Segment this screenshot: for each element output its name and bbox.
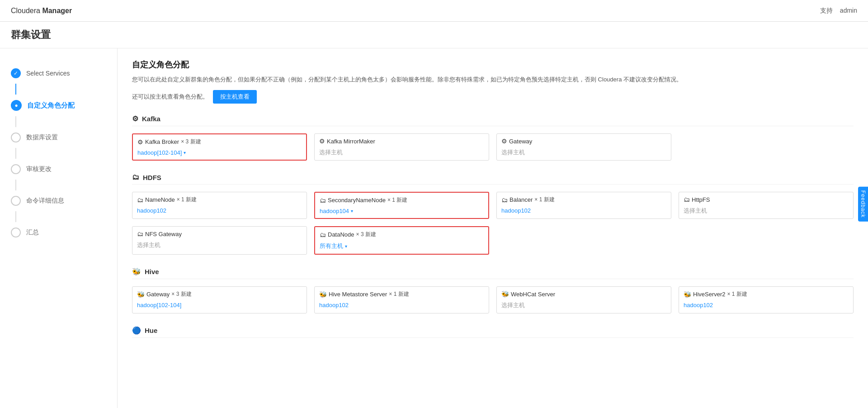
webhcat-value: 选择主机 xyxy=(501,301,666,309)
nfs-gateway-placeholder[interactable]: 选择主机 xyxy=(137,241,160,249)
datanode-host[interactable]: 所有主机 xyxy=(320,242,343,250)
role-card-kafka-mirrormaker: ⚙ Kafka MirrorMaker 选择主机 xyxy=(314,133,489,161)
nfs-gateway-header: 🗂 NFS Gateway xyxy=(137,230,302,237)
connector-5 xyxy=(15,211,16,222)
hive-gateway-host[interactable]: hadoop[102-104] xyxy=(137,302,181,308)
header-nav: 支持 admin xyxy=(820,7,857,15)
feedback-tab[interactable]: Feedback xyxy=(858,187,868,222)
secondary-namenode-header: 🗂 SecondaryNameNode × 1 新建 xyxy=(320,196,484,204)
hive-gateway-name: Gateway xyxy=(146,291,170,298)
kafka-mirrormaker-value: 选择主机 xyxy=(319,148,484,157)
service-header-hdfs: 🗂 HDFS xyxy=(132,173,854,185)
page-title: 群集设置 xyxy=(0,22,868,48)
sidebar-label-review: 审核更改 xyxy=(26,165,52,173)
hive-metastore-name: Hive Metastore Server xyxy=(329,291,387,298)
sidebar-label-summary: 汇总 xyxy=(26,228,39,237)
nav-admin[interactable]: admin xyxy=(840,7,857,15)
hive-metastore-host[interactable]: hadoop102 xyxy=(319,302,349,308)
webhcat-header: 🐝 WebHCat Server xyxy=(501,290,666,298)
webhcat-placeholder[interactable]: 选择主机 xyxy=(501,301,525,309)
namenode-count: × 1 新建 xyxy=(177,196,197,204)
httpfs-name: HttpFS xyxy=(692,196,710,203)
httpfs-value: 选择主机 xyxy=(684,207,849,215)
role-card-datanode: 🗂 DataNode × 3 新建 所有主机 ▾ xyxy=(314,226,489,255)
kafka-gateway-header: ⚙ Gateway xyxy=(501,138,666,145)
hive-gateway-count: × 3 新建 xyxy=(171,290,191,298)
role-card-kafka-gateway: ⚙ Gateway 选择主机 xyxy=(496,133,671,161)
sidebar-item-review[interactable]: 审核更改 xyxy=(0,159,117,180)
connector-1 xyxy=(15,84,16,95)
role-card-nfs-gateway: 🗂 NFS Gateway 选择主机 xyxy=(132,226,307,255)
sidebar-label-select-services: Select Services xyxy=(26,70,70,77)
header: Cloudera Manager 支持 admin xyxy=(0,0,868,22)
hive-metastore-header: 🐝 Hive Metastore Server × 1 新建 xyxy=(319,290,484,298)
httpfs-header: 🗂 HttpFS xyxy=(684,196,849,203)
kafka-broker-host[interactable]: hadoop[102-104] xyxy=(137,149,182,156)
kafka-roles-grid: ⚙ Kafka Broker × 3 新建 hadoop[102-104] ▾ … xyxy=(132,133,854,161)
datanode-count: × 3 新建 xyxy=(356,231,376,238)
namenode-icon: 🗂 xyxy=(137,196,143,204)
connector-2 xyxy=(15,116,16,127)
view-by-host-button[interactable]: 按主机查看 xyxy=(213,90,257,104)
sidebar-label-db-settings: 数据库设置 xyxy=(26,133,58,142)
role-card-namenode: 🗂 NameNode × 1 新建 hadoop102 xyxy=(132,192,307,219)
logo-text: Cloudera xyxy=(11,7,42,14)
httpfs-icon: 🗂 xyxy=(684,196,690,203)
hive-gateway-header: 🐝 Gateway × 3 新建 xyxy=(137,290,302,298)
role-card-balancer: 🗂 Balancer × 1 新建 hadoop102 xyxy=(496,192,671,219)
hiveserver2-host[interactable]: hadoop102 xyxy=(684,302,713,308)
role-card-secondary-namenode: 🗂 SecondaryNameNode × 1 新建 hadoop104 ▾ xyxy=(314,192,489,219)
kafka-broker-icon: ⚙ xyxy=(137,138,143,146)
nav-support[interactable]: 支持 xyxy=(820,7,833,15)
hive-metastore-count: × 1 新建 xyxy=(389,290,409,298)
kafka-gateway-placeholder[interactable]: 选择主机 xyxy=(501,148,525,157)
kafka-broker-value: hadoop[102-104] ▾ xyxy=(137,149,302,156)
secondary-namenode-host[interactable]: hadoop104 xyxy=(320,208,349,214)
hiveserver2-name: HiveServer2 xyxy=(693,291,726,298)
datanode-value: 所有主机 ▾ xyxy=(320,242,484,250)
role-card-httpfs: 🗂 HttpFS 选择主机 xyxy=(679,192,854,219)
balancer-host[interactable]: hadoop102 xyxy=(501,207,531,214)
role-card-hiveserver2: 🐝 HiveServer2 × 1 新建 hadoop102 xyxy=(679,286,854,313)
step-circle-6 xyxy=(11,228,21,237)
connector-3 xyxy=(15,148,16,159)
namenode-value: hadoop102 xyxy=(137,207,302,214)
hive-gateway-value: hadoop[102-104] xyxy=(137,302,302,308)
httpfs-placeholder[interactable]: 选择主机 xyxy=(684,207,707,215)
app-logo: Cloudera Manager xyxy=(11,7,72,15)
sidebar-item-summary[interactable]: 汇总 xyxy=(0,222,117,243)
namenode-host[interactable]: hadoop102 xyxy=(137,207,166,214)
service-section-hue: 🔵 Hue xyxy=(132,326,854,338)
datanode-header: 🗂 DataNode × 3 新建 xyxy=(320,231,484,238)
service-header-hive: 🐝 Hive xyxy=(132,267,854,279)
webhcat-name: WebHCat Server xyxy=(511,291,555,298)
kafka-broker-header: ⚙ Kafka Broker × 3 新建 xyxy=(137,138,302,146)
sidebar: ✓ Select Services ● 自定义角色分配 数据库设置 审核更改 命… xyxy=(0,48,118,408)
hdfs-icon: 🗂 xyxy=(132,173,139,181)
kafka-gateway-value: 选择主机 xyxy=(501,148,666,157)
hdfs-roles-grid: 🗂 NameNode × 1 新建 hadoop102 🗂 SecondaryN… xyxy=(132,192,854,255)
sidebar-label-custom-role: 自定义角色分配 xyxy=(27,101,75,110)
step-circle-4 xyxy=(11,164,21,174)
balancer-name: Balancer xyxy=(509,196,533,203)
sidebar-item-custom-role[interactable]: ● 自定义角色分配 xyxy=(0,95,117,116)
sidebar-item-commands[interactable]: 命令详细信息 xyxy=(0,190,117,211)
hue-icon: 🔵 xyxy=(132,326,141,335)
service-section-hdfs: 🗂 HDFS 🗂 NameNode × 1 新建 hadoop102 xyxy=(132,173,854,255)
datanode-dropdown[interactable]: ▾ xyxy=(345,244,347,249)
view-by-host-row: 还可以按主机查看角色分配。 按主机查看 xyxy=(132,90,854,104)
main-section-title: 自定义角色分配 xyxy=(132,59,854,70)
sidebar-item-db-settings[interactable]: 数据库设置 xyxy=(0,127,117,148)
kafka-mirrormaker-header: ⚙ Kafka MirrorMaker xyxy=(319,138,484,145)
secondary-namenode-dropdown[interactable]: ▾ xyxy=(351,209,353,213)
step-circle-5 xyxy=(11,196,21,206)
hue-title: Hue xyxy=(145,327,157,334)
hiveserver2-count: × 1 新建 xyxy=(727,290,747,298)
sidebar-item-select-services[interactable]: ✓ Select Services xyxy=(0,63,117,84)
kafka-mirrormaker-placeholder[interactable]: 选择主机 xyxy=(319,148,343,157)
namenode-name: NameNode xyxy=(145,196,175,203)
logo-bold: Manager xyxy=(42,7,72,14)
secondary-namenode-count: × 1 新建 xyxy=(387,196,407,204)
step-circle-3 xyxy=(11,133,21,142)
kafka-broker-dropdown[interactable]: ▾ xyxy=(184,150,186,155)
